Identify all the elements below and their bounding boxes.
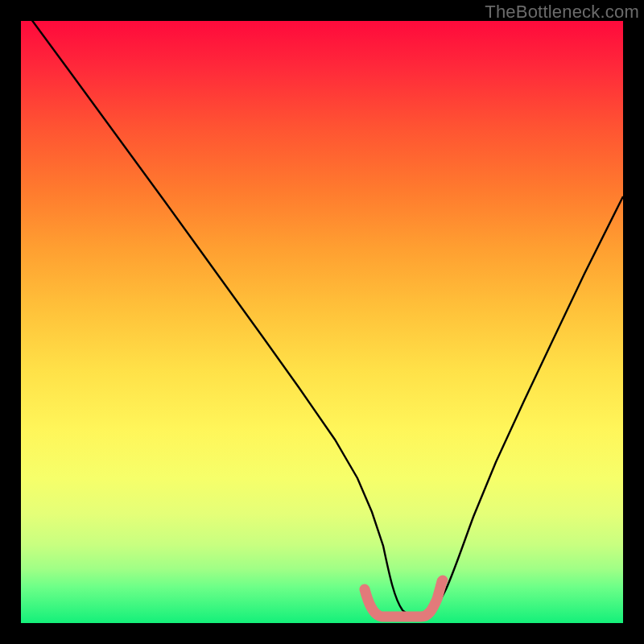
heat-gradient-plot bbox=[21, 21, 623, 623]
figure-canvas: TheBottleneck.com bbox=[0, 0, 644, 644]
watermark-text: TheBottleneck.com bbox=[485, 2, 639, 23]
curve-path bbox=[27, 21, 623, 616]
bottleneck-curve bbox=[21, 21, 623, 623]
valley-marker-dot bbox=[438, 576, 448, 586]
